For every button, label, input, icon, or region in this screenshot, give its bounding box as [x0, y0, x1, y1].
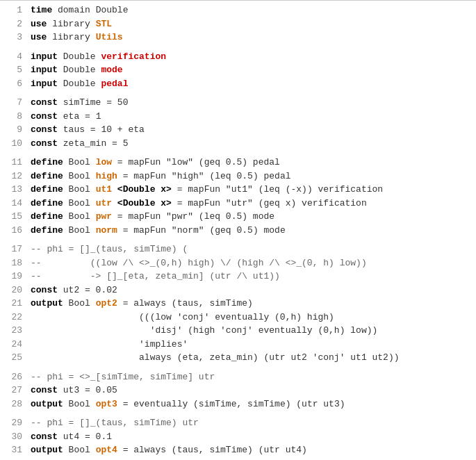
line-number: 20	[6, 284, 22, 297]
code-segment: use	[31, 19, 47, 29]
code-line: 30const ut4 = 0.1	[0, 430, 476, 444]
code-segment: Bool	[63, 157, 96, 167]
code-segment: output	[31, 399, 63, 409]
code-segment: 1	[90, 111, 101, 122]
code-segment: input	[31, 65, 58, 75]
code-segment: <Double x>	[117, 184, 172, 195]
line-number: 27	[6, 384, 22, 397]
line-number: 16	[6, 224, 22, 238]
code-segment: -- -> []_[eta, zeta_min] (utr /\ ut1))	[31, 271, 280, 281]
line-number: 11	[6, 156, 22, 170]
code-segment	[112, 198, 117, 208]
line-content: define Bool pwr = mapFun "pwr" (leq 0.5)…	[31, 210, 470, 224]
code-segment: 50	[112, 97, 128, 108]
code-segment: define	[31, 198, 63, 208]
code-line: 3use library Utils	[0, 31, 476, 44]
line-number: 19	[6, 270, 22, 284]
code-segment: mode	[101, 65, 122, 75]
code-segment: define	[31, 211, 63, 222]
code-segment: opt4	[96, 445, 117, 455]
line-content: output Bool opt4 = always (taus, simTime…	[31, 443, 470, 457]
code-segment: = eventually (simTime, simTime) (utr ut3…	[117, 399, 345, 409]
code-segment: use	[31, 32, 47, 42]
code-line: 13define Bool ut1 <Double x> = mapFun "u…	[0, 183, 476, 197]
code-container: 1time domain Double2use library STL3use …	[0, 0, 476, 460]
line-number: 12	[6, 170, 22, 183]
code-segment: STL	[96, 19, 112, 29]
line-content: const zeta_min = 5	[31, 137, 470, 151]
line-number: 13	[6, 183, 22, 197]
code-segment: const	[31, 111, 58, 122]
line-number: 25	[6, 351, 22, 365]
code-segment: =	[106, 97, 112, 108]
code-segment: time	[31, 5, 52, 15]
code-line: 29-- phi = []_(taus, simTime) utr	[0, 416, 476, 430]
line-number: 22	[6, 311, 22, 325]
line-number: 30	[6, 430, 22, 444]
blank-line	[0, 44, 476, 50]
line-number: 24	[6, 338, 22, 352]
code-segment: ut2 = 0.02	[58, 285, 117, 295]
code-segment: -- phi = []_(taus, simTime) (	[31, 244, 188, 254]
code-segment: Bool	[63, 225, 96, 236]
line-number: 23	[6, 324, 22, 338]
code-segment: = mapFun "high" (leq 0.5) pedal	[117, 171, 291, 181]
line-number: 14	[6, 197, 22, 211]
code-line: 20const ut2 = 0.02	[0, 284, 476, 297]
code-line: 18-- ((low /\ <>_(0,h) high) \/ (high /\…	[0, 256, 476, 270]
code-segment: const	[31, 432, 58, 442]
code-segment: low	[96, 157, 112, 167]
blank-line	[0, 365, 476, 370]
code-line: 7const simTime = 50	[0, 96, 476, 110]
line-content: -- phi = <>_[simTime, simTime] utr	[31, 370, 470, 384]
code-line: 4input Double verification	[0, 50, 476, 64]
code-segment: Double	[58, 79, 101, 89]
code-segment: Bool	[63, 198, 96, 208]
line-content: (((low 'conj' eventually (0,h) high)	[31, 311, 470, 325]
code-line: 15define Bool pwr = mapFun "pwr" (leq 0.…	[0, 210, 476, 224]
code-segment: const	[31, 97, 58, 108]
code-segment: norm	[96, 225, 117, 236]
blank-line	[0, 150, 476, 156]
code-segment: Double	[58, 65, 101, 75]
code-segment: define	[31, 171, 63, 181]
line-content: output Bool opt2 = always (taus, simTime…	[31, 297, 470, 311]
code-segment: high	[96, 171, 117, 181]
line-content: const ut4 = 0.1	[31, 430, 470, 444]
code-line: 14define Bool utr <Double x> = mapFun "u…	[0, 197, 476, 211]
code-segment: = mapFun "utr" (geq x) verification	[172, 198, 367, 208]
code-line: 27const ut3 = 0.05	[0, 384, 476, 397]
line-content: use library Utils	[31, 31, 470, 44]
line-content: 'disj' (high 'conj' eventually (0,h) low…	[31, 324, 470, 338]
line-number: 10	[6, 137, 22, 151]
code-segment: -- ((low /\ <>_(0,h) high) \/ (high /\ <…	[31, 258, 367, 268]
code-line: 9const taus = 10 + eta	[0, 123, 476, 137]
code-line: 1time domain Double	[0, 3, 476, 17]
code-line: 5input Double mode	[0, 63, 476, 77]
line-content: const ut3 = 0.05	[31, 384, 470, 397]
line-number: 8	[6, 110, 22, 124]
line-content: const ut2 = 0.02	[31, 284, 470, 297]
code-segment: verification	[101, 51, 166, 62]
line-number: 7	[6, 96, 22, 110]
code-line: 22 (((low 'conj' eventually (0,h) high)	[0, 311, 476, 325]
line-number: 1	[6, 3, 22, 17]
code-segment: Bool	[63, 171, 96, 181]
code-line: 17-- phi = []_(taus, simTime) (	[0, 243, 476, 256]
code-line: 12define Bool high = mapFun "high" (leq …	[0, 170, 476, 183]
line-number: 15	[6, 210, 22, 224]
line-content: define Bool low = mapFun "low" (geq 0.5)…	[31, 156, 470, 170]
code-segment: pwr	[96, 211, 112, 222]
code-segment: Bool	[63, 399, 96, 409]
line-number: 5	[6, 63, 22, 77]
code-line: 25 always (eta, zeta_min) (utr ut2 'conj…	[0, 351, 476, 365]
line-number: 29	[6, 416, 22, 430]
line-content: define Bool ut1 <Double x> = mapFun "ut1…	[31, 183, 470, 197]
code-line: 8const eta = 1	[0, 110, 476, 124]
code-segment: 'disj' (high 'conj' eventually (0,h) low…	[31, 325, 377, 336]
code-line: 16define Bool norm = mapFun "norm" (geq …	[0, 224, 476, 238]
line-content: use library STL	[31, 17, 470, 31]
line-number: 4	[6, 50, 22, 64]
code-segment: Double	[58, 51, 101, 62]
code-segment: const	[31, 385, 58, 395]
